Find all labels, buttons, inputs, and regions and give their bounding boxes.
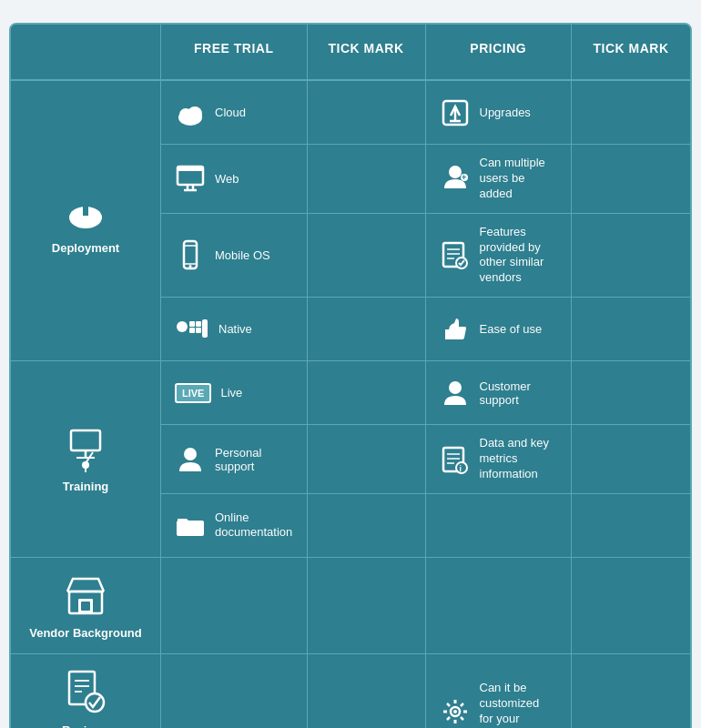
svg-rect-27: [189, 321, 195, 327]
vendor-free-trial: [161, 558, 308, 654]
tick-mobile: [308, 214, 426, 298]
feature-web: Web: [161, 145, 308, 214]
header-tick-mark-1: TICK MARK: [308, 25, 426, 79]
feature-online-docs: Onlinedocumentation: [161, 494, 308, 558]
customer-support-icon: [440, 378, 471, 409]
tick-native: [308, 298, 426, 361]
vendors-icon: [440, 239, 471, 270]
online-docs-icon: [175, 510, 206, 541]
svg-rect-50: [81, 602, 90, 611]
svg-rect-28: [196, 321, 201, 327]
svg-point-39: [184, 448, 197, 460]
mobile-label: Mobile OS: [215, 248, 270, 262]
vendor-tick: [308, 558, 426, 654]
tick-cloud: [308, 81, 426, 145]
svg-text:+: +: [462, 173, 466, 182]
ease-icon: [440, 314, 471, 345]
header-pricing: PRICING: [426, 25, 573, 79]
tick-training3-empty: [572, 494, 690, 558]
customize-label: Can it be customizedfor your business: [480, 681, 558, 728]
vendor-pricing: [426, 558, 573, 654]
tick-customer-support: [572, 361, 690, 425]
feature-customize: Can it be customizedfor your business: [426, 654, 573, 728]
multiple-users-label: Can multipleusers be added: [480, 156, 558, 202]
data-metrics-label: Data and key metricsinformation: [480, 436, 558, 482]
feature-similar-vendors: Features provided byother similar vendor…: [426, 214, 573, 298]
reviews-icon: [62, 668, 109, 715]
vendor-icon: [62, 571, 109, 619]
feature-native: Native: [161, 298, 308, 361]
personal-support-icon: [175, 444, 206, 475]
svg-point-38: [449, 381, 462, 394]
feature-customer-support: Customer support: [426, 361, 573, 425]
deployment-category: Deployment: [11, 81, 161, 361]
cloud-label: Cloud: [215, 106, 246, 119]
online-docs-label: Onlinedocumentation: [215, 511, 292, 541]
feature-multiple-users: + Can multipleusers be added: [426, 145, 573, 214]
tick-online-docs: [308, 494, 426, 558]
header-empty: [11, 25, 161, 79]
tick-similar-vendors: [572, 214, 690, 298]
mobile-icon: [175, 239, 206, 270]
tick-personal-support: [308, 425, 426, 494]
feature-upgrades: Upgrades: [426, 81, 573, 145]
svg-text:i: i: [459, 464, 462, 473]
reviews-label: Reviewsof the software: [44, 723, 127, 728]
native-label: Native: [218, 322, 252, 336]
tick-multiple-users: [572, 145, 690, 214]
feature-personal-support: Personalsupport: [161, 425, 308, 494]
reviews-category: Reviewsof the software: [11, 654, 161, 728]
web-icon: [175, 163, 206, 194]
tick-ease-of-use: [572, 298, 690, 361]
pricing-empty-training3: [426, 494, 573, 558]
native-icon: [175, 314, 209, 345]
feature-live: LIVE Live: [161, 361, 308, 425]
tick-live: [308, 361, 426, 425]
header-free-trial: FREE TRIAL: [161, 25, 308, 79]
personal-support-label: Personalsupport: [215, 446, 261, 473]
upgrades-label: Upgrades: [480, 106, 531, 119]
similar-vendors-label: Features provided byother similar vendor…: [480, 225, 558, 287]
deployment-label: Deployment: [52, 241, 119, 255]
vendor-category: Vendor Background: [11, 558, 161, 654]
training-category: Training: [11, 361, 161, 558]
web-label: Web: [215, 172, 239, 186]
ease-of-use-label: Ease of use: [480, 322, 543, 336]
tick-data-metrics: [572, 425, 690, 494]
live-badge: LIVE: [175, 383, 211, 403]
svg-point-20: [189, 265, 192, 268]
svg-line-63: [461, 717, 463, 720]
live-label: Live: [220, 386, 242, 399]
training-label: Training: [63, 480, 109, 493]
svg-point-26: [177, 321, 188, 332]
svg-rect-10: [178, 167, 203, 171]
svg-line-65: [447, 717, 450, 720]
data-metrics-icon: i: [440, 444, 471, 475]
svg-rect-30: [196, 328, 201, 333]
tick-upgrades: [572, 81, 690, 145]
customize-icon: [440, 696, 471, 727]
vendor-label: Vendor Background: [29, 626, 142, 640]
feature-mobile: Mobile OS: [161, 214, 308, 298]
upgrades-icon: [440, 97, 471, 128]
svg-rect-5: [182, 116, 198, 123]
svg-rect-29: [189, 328, 195, 333]
reviews-tick2: [572, 654, 690, 728]
feature-data-metrics: i Data and key metricsinformation: [426, 425, 573, 494]
customer-support-label: Customer support: [480, 379, 558, 407]
svg-line-62: [447, 703, 450, 706]
users-icon: +: [440, 163, 471, 194]
reviews-tick: [308, 654, 426, 728]
svg-rect-32: [71, 430, 100, 450]
deployment-icon: [62, 187, 109, 234]
reviews-free-trial: [161, 654, 308, 728]
svg-point-14: [449, 166, 462, 178]
svg-rect-31: [202, 319, 208, 338]
header-tick-mark-2: TICK MARK: [572, 25, 690, 79]
training-icon: [62, 425, 109, 472]
svg-point-55: [86, 693, 104, 712]
feature-ease-of-use: Ease of use: [426, 298, 573, 361]
svg-line-64: [461, 703, 463, 706]
svg-point-57: [453, 710, 457, 713]
feature-cloud: Cloud: [161, 81, 308, 145]
